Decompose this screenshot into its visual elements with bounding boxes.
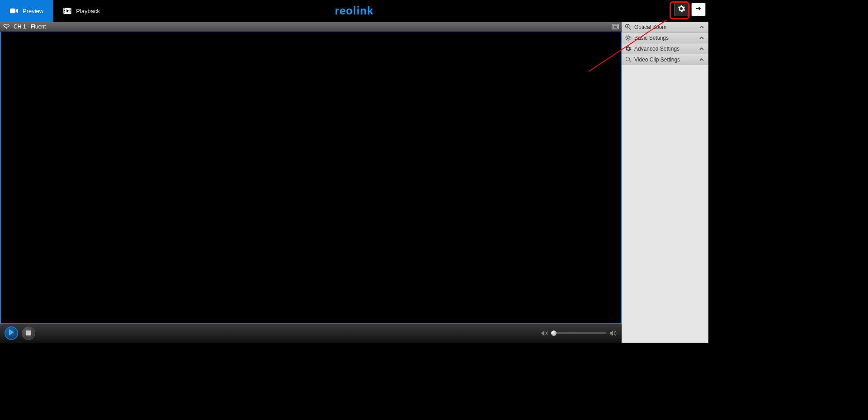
zoom-icon <box>624 24 632 31</box>
tab-preview[interactable]: Preview <box>0 0 53 22</box>
svg-rect-2 <box>64 9 65 9</box>
right-panel: Optical Zoom Basic Settings Advanced Set… <box>622 22 708 343</box>
video-header-bar: CH 1 - Fluent <box>0 22 622 32</box>
panel-row-label: Basic Settings <box>634 35 696 41</box>
tab-playback[interactable]: Playback <box>53 0 110 22</box>
chevron-up-icon <box>698 46 705 52</box>
panel-row-label: Video Clip Settings <box>634 57 696 63</box>
panel-row-label: Optical Zoom <box>634 24 696 30</box>
panel-row-video-clip-settings[interactable]: Video Clip Settings <box>622 54 708 65</box>
tab-preview-label: Preview <box>23 8 43 14</box>
svg-rect-0 <box>10 9 15 14</box>
chevron-up-icon <box>698 57 705 63</box>
svg-rect-5 <box>70 9 71 9</box>
brand-logo: reolink <box>335 5 374 17</box>
svg-point-13 <box>626 57 629 61</box>
basic-settings-icon <box>624 34 632 42</box>
wifi-icon <box>3 24 10 30</box>
chevron-up-icon <box>698 24 705 30</box>
panel-row-optical-zoom[interactable]: Optical Zoom <box>622 22 708 33</box>
stop-button[interactable] <box>22 326 35 340</box>
volume-thumb[interactable] <box>551 330 557 336</box>
svg-rect-14 <box>26 330 31 335</box>
fullscreen-icon[interactable] <box>612 24 619 30</box>
speaker-icon[interactable] <box>610 330 617 337</box>
main-area: CH 1 - Fluent <box>0 22 622 324</box>
bottom-control-bar <box>0 324 622 343</box>
svg-point-8 <box>6 28 7 29</box>
film-icon <box>63 8 71 14</box>
clip-settings-icon <box>624 56 632 63</box>
play-button[interactable] <box>5 326 18 340</box>
svg-rect-3 <box>64 10 65 11</box>
channel-label: CH 1 - Fluent <box>14 24 46 30</box>
gear-icon <box>677 5 685 14</box>
stop-icon <box>26 329 31 337</box>
advanced-settings-icon <box>624 45 632 52</box>
chevron-up-icon <box>698 35 705 41</box>
mute-icon[interactable] <box>541 330 548 337</box>
svg-rect-10 <box>613 25 618 28</box>
svg-rect-4 <box>64 12 65 13</box>
svg-rect-6 <box>70 10 71 11</box>
panel-row-advanced-settings[interactable]: Advanced Settings <box>622 43 708 54</box>
camera-icon <box>10 8 18 14</box>
exit-button[interactable] <box>691 3 706 16</box>
exit-icon <box>695 5 702 14</box>
svg-rect-7 <box>70 12 71 13</box>
svg-point-12 <box>627 37 629 39</box>
play-icon <box>9 329 14 337</box>
settings-button[interactable] <box>674 3 689 16</box>
tab-playback-label: Playback <box>76 8 100 14</box>
video-canvas[interactable] <box>0 32 622 324</box>
top-navbar: Preview Playback reolink <box>0 0 708 22</box>
panel-row-label: Advanced Settings <box>634 46 696 52</box>
panel-row-basic-settings[interactable]: Basic Settings <box>622 33 708 43</box>
volume-slider[interactable] <box>552 332 606 334</box>
